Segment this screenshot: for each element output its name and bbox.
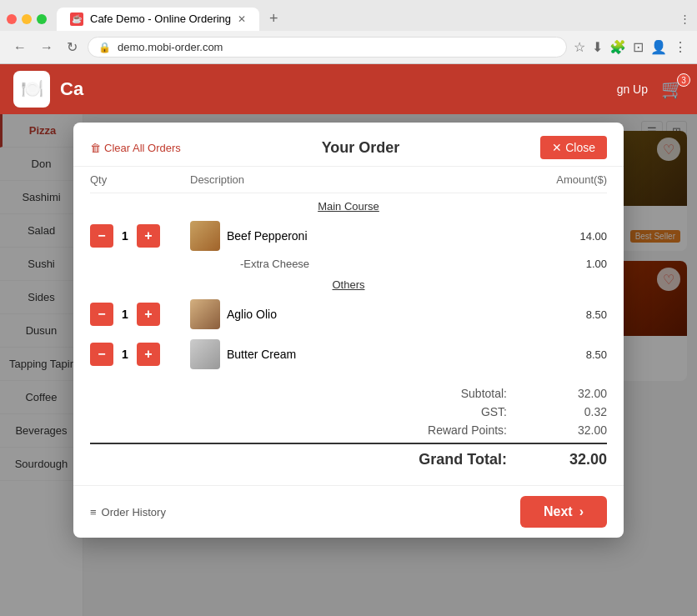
aglio-olio-image (190, 299, 220, 329)
others-section-header: Others (90, 272, 607, 294)
cart-button[interactable]: 🛒 3 (661, 78, 684, 100)
profile-icon[interactable]: 👤 (650, 39, 667, 55)
close-modal-button[interactable]: ✕ Close (540, 136, 607, 159)
app-header: 🍽️ Ca gn Up 🛒 3 (0, 64, 697, 114)
tab-title: Cafe Demo - Online Ordering (90, 13, 231, 25)
order-history-button[interactable]: ≡ Order History (90, 506, 166, 518)
butter-cream-desc: Butter Cream (190, 339, 524, 369)
trash-icon: 🗑 (90, 142, 101, 154)
forward-button[interactable]: → (37, 37, 57, 58)
qty-aglio-olio: 1 (118, 308, 132, 321)
order-row-aglio-olio: − 1 + Aglio Olio 8.50 (90, 294, 607, 334)
extensions-icon[interactable]: 🧩 (609, 39, 626, 55)
beef-pepperoni-price: 14.00 (524, 230, 607, 243)
increase-beef-pepperoni-button[interactable]: + (137, 224, 160, 248)
maximize-traffic-light[interactable] (37, 14, 47, 24)
clear-all-button[interactable]: 🗑 Clear All Orders (90, 142, 181, 154)
main-course-section-header: Main Course (90, 193, 607, 216)
back-button[interactable]: ← (10, 37, 30, 58)
traffic-lights (7, 14, 47, 24)
subtotal-row: Subtotal: 32.00 (90, 384, 607, 403)
order-row-beef-pepperoni: − 1 + Beef Pepperoni 14.00 (90, 216, 607, 256)
increase-aglio-olio-button[interactable]: + (137, 303, 160, 326)
cart-badge: 3 (677, 73, 690, 87)
grand-total-label: Grand Total: (390, 451, 507, 468)
qty-control-butter-cream: − 1 + (90, 343, 190, 366)
amount-header: Amount($) (524, 173, 607, 186)
new-tab-button[interactable]: + (263, 7, 285, 31)
sign-up-button[interactable]: gn Up (617, 83, 648, 96)
bookmark-star-icon[interactable]: ☆ (574, 39, 585, 55)
split-view-icon[interactable]: ⊡ (633, 39, 644, 55)
modal-overlay: 🗑 Clear All Orders Your Order ✕ Close Qt… (0, 114, 697, 616)
decrease-butter-cream-button[interactable]: − (90, 343, 113, 366)
extra-cheese-price: 1.00 (524, 258, 607, 270)
qty-control-aglio-olio: − 1 + (90, 303, 190, 326)
header-right: gn Up 🛒 3 (617, 78, 684, 100)
minimize-traffic-light[interactable] (22, 14, 32, 24)
beef-pepperoni-name: Beef Pepperoni (227, 229, 308, 243)
gst-value: 0.32 (557, 405, 607, 418)
beef-pepperoni-image (190, 221, 220, 251)
modal-header: 🗑 Clear All Orders Your Order ✕ Close (73, 123, 624, 167)
description-header: Description (190, 173, 524, 186)
butter-cream-name: Butter Cream (227, 348, 296, 361)
logo-icon: 🍽️ (21, 78, 43, 100)
grand-total-row: Grand Total: 32.00 (90, 443, 607, 475)
decrease-beef-pepperoni-button[interactable]: − (90, 224, 113, 248)
order-row-butter-cream: − 1 + Butter Cream 8.50 (90, 334, 607, 374)
toolbar-icons: ☆ ⬇ 🧩 ⊡ 👤 ⋮ (574, 39, 687, 55)
qty-header: Qty (90, 173, 190, 186)
list-icon: ≡ (90, 506, 97, 518)
aglio-olio-name: Aglio Olio (227, 308, 277, 321)
modal-title: Your Order (181, 139, 540, 157)
ssl-icon: 🔒 (98, 42, 111, 53)
order-table: Qty Description Amount($) Main Course − … (73, 167, 624, 374)
gst-row: GST: 0.32 (90, 403, 607, 421)
tab-favicon: ☕ (70, 13, 83, 26)
address-bar: ← → ↻ 🔒 demo.mobi-order.com ☆ ⬇ 🧩 ⊡ 👤 ⋮ (0, 31, 697, 63)
content-area: Pizza Don Sashimi Salad Sushi Sides Dusu… (0, 114, 697, 616)
aglio-olio-price: 8.50 (524, 308, 607, 321)
qty-beef-pepperoni: 1 (118, 229, 132, 243)
grand-total-value: 32.00 (557, 451, 607, 468)
app: 🍽️ Ca gn Up 🛒 3 Pizza Don Sashimi Salad … (0, 64, 697, 616)
extra-cheese-row: -Extra Cheese 1.00 (90, 256, 607, 272)
browser-menu-dots[interactable]: ⋮ (674, 39, 687, 55)
header-title: Ca (60, 78, 83, 100)
close-x-icon: ✕ (552, 141, 562, 154)
qty-butter-cream: 1 (118, 348, 132, 361)
order-modal: 🗑 Clear All Orders Your Order ✕ Close Qt… (73, 123, 624, 538)
close-traffic-light[interactable] (7, 14, 17, 24)
reward-row: Reward Points: 32.00 (90, 421, 607, 439)
totals-section: Subtotal: 32.00 GST: 0.32 Reward Points:… (73, 374, 624, 485)
reward-value: 32.00 (557, 423, 607, 437)
aglio-olio-desc: Aglio Olio (190, 299, 524, 329)
url-text: demo.mobi-order.com (118, 41, 556, 53)
subtotal-label: Subtotal: (390, 387, 507, 400)
butter-cream-image (190, 339, 220, 369)
tab-close-button[interactable]: ✕ (238, 13, 246, 25)
reward-label: Reward Points: (390, 423, 507, 437)
download-icon[interactable]: ⬇ (592, 39, 603, 55)
qty-control-beef-pepperoni: − 1 + (90, 224, 190, 248)
active-tab[interactable]: ☕ Cafe Demo - Online Ordering ✕ (57, 8, 259, 31)
increase-butter-cream-button[interactable]: + (137, 343, 160, 366)
next-button[interactable]: Next › (520, 496, 607, 528)
next-arrow-icon: › (579, 504, 584, 519)
header-logo: 🍽️ (13, 71, 50, 108)
browser-menu-button[interactable]: ⋮ (679, 13, 690, 25)
extra-cheese-name: -Extra Cheese (190, 258, 524, 270)
gst-label: GST: (390, 405, 507, 418)
modal-footer: ≡ Order History Next › (73, 485, 624, 538)
refresh-button[interactable]: ↻ (63, 36, 81, 58)
subtotal-value: 32.00 (557, 387, 607, 400)
browser-chrome: ☕ Cafe Demo - Online Ordering ✕ + ⋮ ← → … (0, 0, 697, 64)
url-bar[interactable]: 🔒 demo.mobi-order.com (88, 37, 567, 58)
beef-pepperoni-desc: Beef Pepperoni (190, 221, 524, 251)
order-table-header: Qty Description Amount($) (90, 167, 607, 193)
butter-cream-price: 8.50 (524, 348, 607, 361)
decrease-aglio-olio-button[interactable]: − (90, 303, 113, 326)
tab-bar: ☕ Cafe Demo - Online Ordering ✕ + ⋮ (0, 0, 697, 31)
